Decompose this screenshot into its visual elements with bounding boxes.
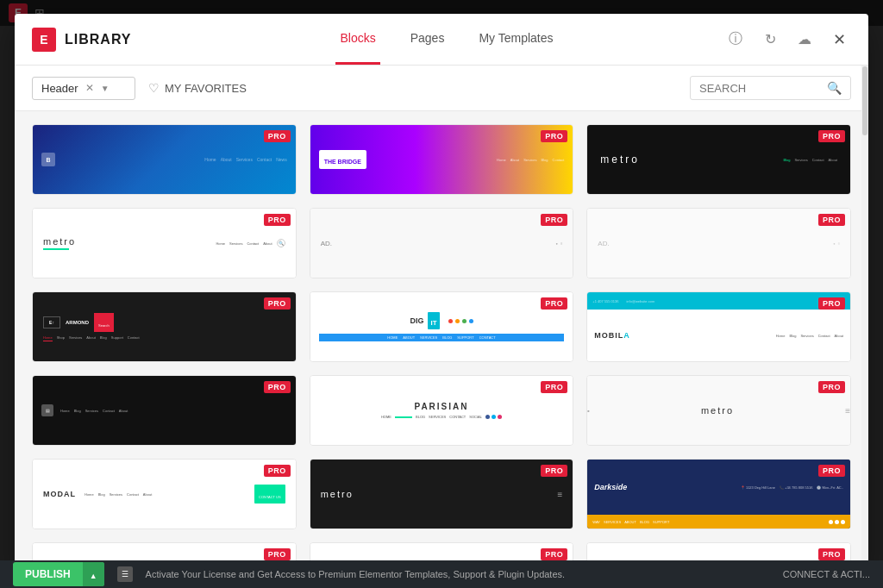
tab-pages[interactable]: Pages <box>406 14 449 65</box>
pro-badge: PRO <box>264 130 291 142</box>
modal-scrollbar[interactable] <box>861 66 868 574</box>
template-preview: metro ≡ PRO <box>310 460 573 529</box>
template-card[interactable]: AD. ● ≡ PRO <box>310 208 574 278</box>
template-card[interactable]: +1 407 555 0136 info@website.com MOBILA <box>586 291 851 362</box>
pro-badge: PRO <box>541 130 567 142</box>
pro-badge: PRO <box>818 465 845 477</box>
template-card[interactable]: AD. ● ≡ PRO <box>586 208 851 278</box>
template-preview: AD. ● ≡ PRO <box>310 209 573 278</box>
modal-elementor-logo: E <box>32 28 56 52</box>
filter-arrow-icon: ▼ <box>101 84 110 93</box>
modal-title: LIBRARY <box>65 32 132 47</box>
connect-label: CONNECT & ACTI... <box>783 569 870 579</box>
pro-badge: PRO <box>818 381 845 393</box>
publish-button[interactable]: PUBLISH <box>13 564 83 585</box>
template-card[interactable]: B HomeAboutServicesContactNews PRO <box>32 124 297 195</box>
pro-badge: PRO <box>818 297 845 310</box>
template-card[interactable]: PARISIAN HOME BLOG SERVICES CONTACT SOCI… <box>310 375 574 446</box>
template-preview: PARISIAN HOME BLOG SERVICES CONTACT SOCI… <box>310 376 573 445</box>
refresh-icon[interactable]: ↻ <box>758 28 782 52</box>
search-icon: 🔍 <box>827 81 842 95</box>
publish-label: PUBLISH <box>25 568 71 580</box>
pro-badge: PRO <box>541 465 567 477</box>
modal-title-area: E LIBRARY <box>32 28 170 52</box>
modal-overlay: E LIBRARY Blocks Pages My Templates ⓘ ↻ … <box>0 0 883 588</box>
filter-label: Header <box>41 82 78 95</box>
modal-toolbar: Header ✕ ▼ ♡ MY FAVORITES 🔍 <box>15 66 868 111</box>
tab-blocks[interactable]: Blocks <box>335 14 379 65</box>
search-area: 🔍 <box>690 76 851 100</box>
pro-badge: PRO <box>818 548 845 560</box>
template-card[interactable]: E↑ ARMOND Search Home <box>32 291 297 362</box>
favorites-button[interactable]: ♡ MY FAVORITES <box>148 81 247 95</box>
info-icon[interactable]: ⓘ <box>723 28 748 52</box>
heart-icon: ♡ <box>148 81 160 95</box>
modal-content[interactable]: B HomeAboutServicesContactNews PRO <box>15 111 868 574</box>
publish-arrow-button[interactable]: ▲ <box>83 562 104 586</box>
filter-clear-button[interactable]: ✕ <box>85 82 94 94</box>
template-card[interactable]: DIG IT HOME <box>310 291 574 362</box>
pro-badge: PRO <box>264 214 291 226</box>
template-preview: ▤ Home Blog Services Contact About <box>33 376 296 445</box>
tab-my-templates[interactable]: My Templates <box>474 14 557 65</box>
library-modal: E LIBRARY Blocks Pages My Templates ⓘ ↻ … <box>15 14 868 574</box>
pro-badge: PRO <box>818 130 845 142</box>
template-card[interactable]: metro Blog Services Contact About PRO <box>586 124 851 195</box>
modal-tabs: Blocks Pages My Templates <box>170 14 723 65</box>
publish-arrow-icon: ▲ <box>90 572 97 580</box>
modal-header: E LIBRARY Blocks Pages My Templates ⓘ ↻ … <box>15 14 868 66</box>
template-grid: B HomeAboutServicesContactNews PRO <box>32 124 851 574</box>
template-preview: MODAL Home Blog Services Contact About C… <box>33 460 296 529</box>
template-preview: metro Blog Services Contact About PRO <box>587 125 850 194</box>
template-preview: +1 407 555 0136 info@website.com MOBILA <box>587 292 850 361</box>
template-card[interactable]: ■ metro ≡ PRO <box>586 375 851 446</box>
template-card[interactable]: Darkside 📍 1123 Deg Hill Lane 📞 +34 785 … <box>586 459 851 529</box>
connect-button[interactable]: CONNECT & ACTI... <box>783 569 870 579</box>
pro-badge: PRO <box>541 548 567 560</box>
pro-badge: PRO <box>264 381 291 393</box>
template-preview: E↑ ARMOND Search Home <box>33 292 296 361</box>
responsive-icon-symbol: ☰ <box>122 570 128 579</box>
filter-dropdown[interactable]: Header ✕ ▼ <box>32 77 135 100</box>
template-preview: B HomeAboutServicesContactNews PRO <box>33 125 296 194</box>
responsive-icon[interactable]: ☰ <box>117 566 133 582</box>
pro-badge: PRO <box>264 548 291 560</box>
bottom-notice: Activate Your License and Get Access to … <box>146 569 566 579</box>
pro-badge: PRO <box>541 297 567 310</box>
scrollbar-thumb <box>862 66 867 135</box>
template-preview: AD. ● ≡ PRO <box>587 209 850 278</box>
search-input[interactable] <box>699 82 820 95</box>
modal-actions: ⓘ ↻ ☁ ✕ <box>723 28 851 52</box>
close-button[interactable]: ✕ <box>827 28 851 52</box>
template-card[interactable]: ▤ Home Blog Services Contact About <box>32 375 297 446</box>
favorites-label: MY FAVORITES <box>165 82 247 95</box>
pro-badge: PRO <box>264 297 291 310</box>
template-card[interactable]: metro ≡ PRO <box>310 459 574 529</box>
template-preview: metro Home Services Contact About 🔍 <box>33 209 296 278</box>
pro-badge: PRO <box>541 381 567 393</box>
bottom-bar: PUBLISH ▲ ☰ Activate Your License and Ge… <box>0 560 883 588</box>
template-card[interactable]: metro Home Services Contact About 🔍 <box>32 208 297 278</box>
pro-badge: PRO <box>818 214 845 226</box>
save-icon[interactable]: ☁ <box>792 28 817 52</box>
template-card[interactable]: THE BRIDGE Home About Services Blog Cont… <box>310 124 574 195</box>
template-card[interactable]: MODAL Home Blog Services Contact About C… <box>32 459 297 529</box>
pro-badge: PRO <box>264 465 291 477</box>
template-preview: Darkside 📍 1123 Deg Hill Lane 📞 +34 785 … <box>587 460 850 529</box>
notice-text: Activate Your License and Get Access to … <box>146 569 566 579</box>
pro-badge: PRO <box>541 214 567 226</box>
template-preview: DIG IT HOME <box>310 292 573 361</box>
template-preview: THE BRIDGE Home About Services Blog Cont… <box>310 125 573 194</box>
template-preview: ■ metro ≡ PRO <box>587 376 850 445</box>
